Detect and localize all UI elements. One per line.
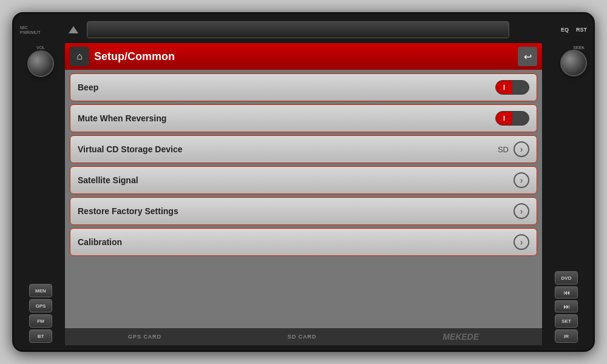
fm-button[interactable]: FM [29,314,52,328]
seek-label: SEEK [551,46,587,50]
right-button-group: DVD ⏮ ⏭ SET IR [555,271,578,343]
virtual-cd-label: Virtual CD Storage Device [78,144,498,154]
screen-content: ⌂ Setup/Common ↩ Beep I [65,43,542,345]
mute-toggle-on: I [496,112,512,125]
ir-button[interactable]: IR [555,329,578,343]
device-top-strip: MIC PWR/MUT EQ RST [20,19,587,41]
mute-toggle-off [512,112,529,125]
prev-button[interactable]: ⏮ [555,286,578,298]
menu-list: Beep I Mute When Reversing [65,70,542,328]
brand-label: MEKEDE [443,332,479,342]
page-title: Setup/Common [94,50,513,63]
device-main-area: VOL MEN GPS FM BT [20,43,587,345]
men-button[interactable]: MEN [29,284,52,297]
virtual-cd-chevron[interactable]: › [514,141,529,157]
next-button[interactable]: ⏭ [555,300,578,312]
top-right-controls: EQ RST [514,27,587,33]
eject-button[interactable] [69,26,78,33]
rst-button[interactable]: RST [576,27,587,33]
beep-menu-item[interactable]: Beep I [70,73,537,101]
back-button[interactable]: ↩ [518,47,537,66]
home-button[interactable]: ⌂ [70,47,89,66]
virtual-cd-value: SD [498,145,509,154]
left-button-group: MEN GPS FM BT [29,284,52,343]
toggle-off-indicator [512,81,529,94]
gps-button[interactable]: GPS [29,299,52,312]
device-body: MIC PWR/MUT EQ RST VOL MEN GPS [12,12,595,352]
mute-reversing-label: Mute When Reversing [78,113,495,123]
right-panel: SEEK DVD ⏮ ⏭ SET IR [546,43,587,345]
disc-slot [87,21,509,38]
volume-knob[interactable] [27,50,54,77]
sd-card-label: SD CARD [288,334,317,340]
vol-label: VOL [36,46,45,50]
restore-factory-menu-item[interactable]: Restore Factory Settings › [70,197,537,225]
beep-toggle[interactable]: I [495,80,529,95]
restore-factory-chevron[interactable]: › [514,203,529,219]
virtual-cd-menu-item[interactable]: Virtual CD Storage Device SD › [70,135,537,163]
mic-label: MIC [20,25,28,30]
screen-bottom-bar: GPS CARD SD CARD MEKEDE [65,328,542,345]
left-panel: VOL MEN GPS FM BT [20,43,61,345]
top-left-labels: MIC PWR/MUT [20,25,69,35]
calibration-chevron[interactable]: › [514,234,529,250]
mute-toggle[interactable]: I [495,111,529,126]
calibration-label: Calibration [78,237,514,247]
gps-card-label: GPS CARD [128,334,161,340]
pwr-label: PWR/MUT [20,30,40,35]
header-bar: ⌂ Setup/Common ↩ [65,43,542,70]
eq-button[interactable]: EQ [561,27,569,33]
mute-reversing-menu-item[interactable]: Mute When Reversing I [70,104,537,132]
dvd-button[interactable]: DVD [555,271,578,285]
calibration-menu-item[interactable]: Calibration › [70,228,537,256]
center-screen: ⌂ Setup/Common ↩ Beep I [65,43,542,345]
satellite-signal-label: Satellite Signal [78,175,514,185]
seek-knob[interactable] [560,50,587,76]
beep-label: Beep [78,83,495,92]
toggle-on-indicator: I [496,81,512,94]
bt-button[interactable]: BT [29,329,52,343]
satellite-signal-menu-item[interactable]: Satellite Signal › [70,166,537,194]
satellite-signal-chevron[interactable]: › [514,172,529,188]
set-button[interactable]: SET [555,314,578,328]
restore-factory-label: Restore Factory Settings [78,206,514,216]
